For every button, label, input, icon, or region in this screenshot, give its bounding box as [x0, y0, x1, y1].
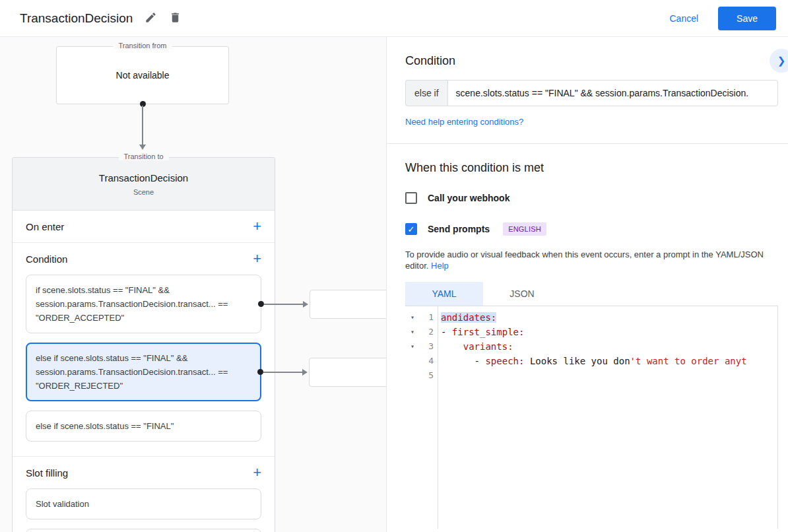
- fold-toggle-icon[interactable]: ▾: [405, 339, 420, 354]
- condition-editor-section: Condition ❯ else if Need help entering c…: [387, 37, 788, 144]
- save-button[interactable]: Save: [718, 7, 776, 30]
- condition-section-label: Condition: [26, 253, 67, 265]
- transition-to-node: Transition to TransactionDecision Scene …: [12, 157, 275, 532]
- tab-json[interactable]: JSON: [483, 282, 561, 306]
- scene-editor-page: TransactionDecision Cancel Save Transiti…: [0, 0, 788, 532]
- edit-title-button[interactable]: [145, 11, 157, 26]
- gutter-row: ▾ 2: [405, 325, 438, 339]
- condition-expression-input[interactable]: [447, 80, 778, 106]
- when-met-section: When this condition is met Call your web…: [387, 144, 788, 529]
- send-prompts-row: ✓ Send prompts ENGLISH: [405, 222, 778, 236]
- code-token: first_simple:: [452, 327, 525, 337]
- line-number: 1: [420, 310, 438, 325]
- transition-from-value: Not available: [116, 70, 170, 81]
- scene-title: TransactionDecision: [99, 172, 188, 183]
- code-token: andidates:: [441, 312, 496, 323]
- line-number: 4: [420, 354, 438, 368]
- condition-detail-panel: Condition ❯ else if Need help entering c…: [386, 37, 788, 532]
- condition-card-3-text: else if scene.slots.status == "FINAL": [36, 421, 174, 431]
- send-prompts-label: Send prompts: [428, 224, 490, 234]
- transition-from-node[interactable]: Transition from Not available: [56, 46, 229, 104]
- slot-validation-text: Slot validation: [36, 499, 89, 509]
- code-token: speech:: [485, 356, 524, 366]
- prompts-description-text: To provide audio or visual feedback when…: [405, 249, 764, 271]
- code-token: variants:: [463, 341, 513, 352]
- code-line-3: variants:: [441, 339, 777, 354]
- gutter-row: 4: [405, 354, 438, 368]
- webhook-label: Call your webhook: [428, 193, 509, 203]
- condition-card-1[interactable]: if scene.slots.status == "FINAL" && sess…: [26, 275, 261, 333]
- connector-arrowhead-icon: [139, 145, 146, 150]
- editor-tabs: YAML JSON: [405, 282, 778, 306]
- fold-toggle-icon[interactable]: ▾: [405, 310, 420, 325]
- condition-card-1-text: if scene.slots.status == "FINAL" && sess…: [36, 285, 228, 323]
- on-enter-section: On enter +: [13, 211, 275, 243]
- cancel-button[interactable]: Cancel: [669, 13, 698, 24]
- condition-section: Condition + if scene.slots.status == "FI…: [13, 243, 275, 457]
- code-token: -: [441, 327, 452, 337]
- webhook-checkbox[interactable]: [405, 192, 417, 204]
- add-condition-button[interactable]: +: [253, 251, 261, 266]
- slot-filling-section: Slot filling + Slot validation: [13, 457, 275, 532]
- scene-card-header[interactable]: TransactionDecision Scene: [13, 158, 275, 211]
- condition-help-link[interactable]: Need help entering conditions?: [405, 117, 523, 127]
- connector-line: [142, 106, 143, 145]
- header: TransactionDecision Cancel Save: [0, 0, 788, 37]
- delete-scene-button[interactable]: [169, 11, 181, 26]
- line-number: 2: [420, 325, 438, 339]
- code-token: Looks like you don: [524, 356, 630, 366]
- partially-visible-card[interactable]: [26, 529, 261, 532]
- condition-1-arrowhead-icon: [303, 301, 308, 308]
- add-slot-button[interactable]: +: [253, 465, 261, 480]
- condition-card-2[interactable]: else if scene.slots.status == "FINAL" &&…: [26, 343, 261, 401]
- prompts-description: To provide audio or visual feedback when…: [405, 249, 773, 271]
- condition-1-target-node[interactable]: [310, 290, 386, 319]
- line-number: 3: [420, 339, 438, 354]
- condition-1-out-line: [264, 304, 303, 305]
- code-token: -: [441, 356, 485, 366]
- pencil-icon: [145, 11, 157, 26]
- gutter-row: ▾ 1: [405, 310, 438, 325]
- slot-validation-card[interactable]: Slot validation: [26, 488, 261, 519]
- condition-2-out-dot: [257, 369, 263, 375]
- gutter-row: 5: [405, 368, 438, 383]
- check-icon: ✓: [408, 224, 415, 234]
- condition-card-2-text: else if scene.slots.status == "FINAL" &&…: [36, 353, 228, 391]
- condition-2-out-line: [263, 372, 302, 373]
- trash-icon: [169, 11, 181, 26]
- chevron-right-icon: ❯: [777, 55, 786, 67]
- code-area[interactable]: andidates: - first_simple: variants: - s…: [438, 306, 777, 529]
- on-enter-label: On enter: [26, 221, 64, 232]
- add-on-enter-button[interactable]: +: [253, 219, 261, 234]
- code-token: 't want to order anyt: [630, 356, 747, 366]
- transition-to-label: Transition to: [118, 152, 168, 160]
- code-editor: ▾ 1 ▾ 2 ▾ 3 4: [405, 306, 778, 529]
- condition-2-target-node[interactable]: [309, 358, 386, 387]
- code-line-5: [441, 368, 777, 383]
- transition-from-label: Transition from: [114, 42, 172, 50]
- tab-yaml[interactable]: YAML: [405, 282, 483, 306]
- language-badge: ENGLISH: [503, 222, 546, 236]
- when-met-title: When this condition is met: [405, 161, 778, 175]
- fold-toggle-icon[interactable]: ▾: [405, 325, 420, 339]
- panel-title: Condition: [405, 54, 778, 68]
- condition-1-out-dot: [258, 301, 264, 307]
- slot-filling-label: Slot filling: [26, 467, 68, 479]
- line-number: 5: [420, 368, 438, 383]
- scene-canvas: Transition from Not available Transition…: [0, 37, 386, 532]
- send-prompts-checkbox[interactable]: ✓: [405, 223, 417, 235]
- collapse-panel-button[interactable]: ❯: [770, 49, 788, 73]
- condition-2-arrowhead-icon: [302, 369, 308, 376]
- help-link[interactable]: Help: [431, 261, 449, 271]
- condition-card-3[interactable]: else if scene.slots.status == "FINAL": [26, 411, 261, 442]
- code-line-2: - first_simple:: [441, 325, 777, 339]
- page-title: TransactionDecision: [20, 11, 133, 26]
- editor-gutter: ▾ 1 ▾ 2 ▾ 3 4: [405, 306, 438, 529]
- condition-section-header: Condition +: [13, 243, 275, 275]
- webhook-row: Call your webhook: [405, 192, 778, 204]
- scene-subtitle: Scene: [133, 188, 154, 196]
- gutter-row: ▾ 3: [405, 339, 438, 354]
- code-line-4: - speech: Looks like you don't want to o…: [441, 354, 777, 368]
- condition-prefix-chip: else if: [405, 80, 447, 106]
- code-token: [441, 341, 463, 352]
